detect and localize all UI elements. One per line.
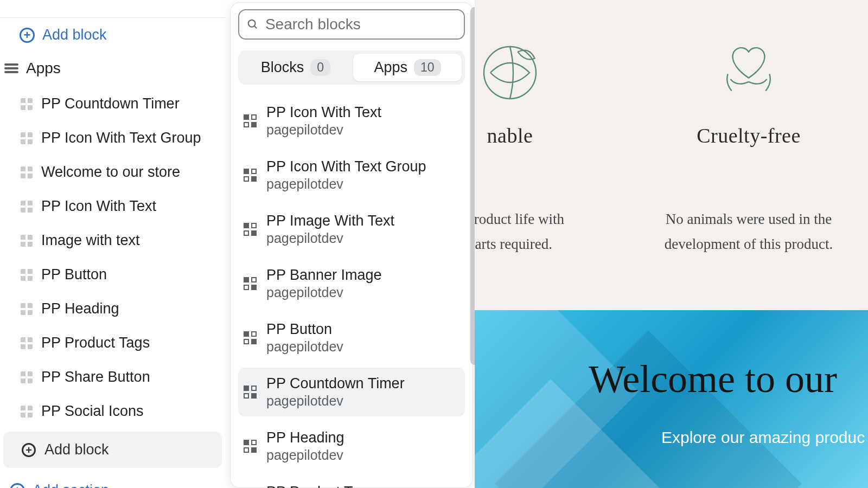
app-block-icon: [244, 169, 257, 182]
globe-leaf-icon: [477, 40, 542, 105]
app-block-icon: [244, 277, 257, 290]
block-option-subtitle: pagepilotdev: [266, 339, 343, 355]
sidebar-item-label: Welcome to our store: [41, 164, 180, 181]
sidebar-item-label: Image with text: [41, 232, 140, 249]
block-option[interactable]: PP Heading pagepilotdev: [238, 422, 465, 471]
app-block-icon: [244, 114, 257, 127]
sidebar-item-label: PP Heading: [41, 300, 119, 317]
feature-card: nable g product life with parts required…: [475, 40, 616, 300]
sidebar-item-label: PP Button: [41, 266, 107, 283]
banner-subheading: Explore our amazing produc: [661, 428, 865, 447]
sidebar-item-label: PP Product Tags: [41, 335, 150, 351]
tab-label: Apps: [374, 59, 407, 76]
add-block-label: Add block: [42, 27, 107, 43]
search-blocks-field[interactable]: [238, 9, 465, 40]
block-grid-icon: [21, 132, 33, 144]
block-option-title: PP Countdown Timer: [266, 375, 405, 392]
app-block-icon: [244, 440, 257, 453]
block-option-title: PP Icon With Text Group: [266, 158, 426, 175]
sidebar-item[interactable]: PP Heading: [0, 292, 225, 326]
feature-row: nable g product life with parts required…: [475, 40, 868, 300]
block-option[interactable]: PP Product Tags pagepilotdev: [238, 476, 465, 488]
section-title: Apps: [26, 60, 61, 77]
plus-circle-icon: +: [20, 28, 35, 43]
block-grid-icon: [21, 235, 33, 247]
block-option[interactable]: PP Countdown Timer pagepilotdev: [238, 368, 465, 416]
add-section-label: Add section: [33, 482, 109, 488]
block-option-title: PP Button: [266, 321, 343, 338]
block-option-title: PP Banner Image: [266, 267, 382, 284]
block-grid-icon: [21, 337, 33, 349]
block-grid-icon: [21, 98, 33, 110]
block-option[interactable]: PP Button pagepilotdev: [238, 313, 465, 362]
sidebar-item[interactable]: PP Icon With Text: [0, 189, 225, 223]
add-block-button-inner[interactable]: + Add block: [3, 432, 222, 468]
feature-text: No animals were used in the development …: [654, 207, 844, 257]
theme-preview: nable g product life with parts required…: [475, 0, 868, 488]
block-grid-icon: [21, 406, 33, 418]
sidebar-item[interactable]: Image with text: [0, 223, 225, 258]
welcome-banner: Welcome to our Explore our amazing produ…: [475, 310, 868, 488]
add-block-button-top[interactable]: + Add block: [0, 18, 225, 53]
tab-blocks[interactable]: Blocks 0: [241, 54, 350, 81]
block-grid-icon: [21, 201, 33, 213]
app-block-icon: [244, 331, 257, 344]
tab-apps[interactable]: Apps 10: [353, 54, 462, 81]
tab-count-badge: 0: [310, 59, 330, 76]
search-icon: [247, 18, 259, 31]
feature-text: g product life with parts required.: [475, 207, 605, 257]
section-header-apps[interactable]: Apps: [0, 53, 225, 87]
search-input[interactable]: [265, 16, 456, 33]
block-grid-icon: [21, 303, 33, 315]
sidebar-item-label: PP Share Button: [41, 369, 150, 386]
block-option-subtitle: pagepilotdev: [266, 176, 426, 192]
block-option[interactable]: PP Banner Image pagepilotdev: [238, 259, 465, 308]
sidebar-item[interactable]: PP Icon With Text Group: [0, 121, 225, 155]
block-grid-icon: [21, 269, 33, 281]
block-option[interactable]: PP Icon With Text pagepilotdev: [238, 97, 465, 145]
add-section-button[interactable]: + Add section: [0, 473, 225, 488]
block-option-title: PP Product Tags: [266, 484, 375, 488]
sidebar-item[interactable]: PP Share Button: [0, 360, 225, 394]
app-block-icon: [244, 386, 257, 399]
block-option-title: PP Heading: [266, 429, 344, 446]
sidebar-top-divider: [0, 0, 225, 18]
sidebar-item-label: PP Icon With Text: [41, 198, 156, 215]
tab-label: Blocks: [261, 59, 304, 76]
block-grid-icon: [21, 166, 33, 178]
feature-heading: Cruelty-free: [654, 124, 844, 147]
apps-icon: [4, 63, 18, 73]
banner-heading: Welcome to our: [589, 357, 837, 402]
block-option-subtitle: pagepilotdev: [266, 285, 382, 300]
block-option[interactable]: PP Image With Text pagepilotdev: [238, 205, 465, 254]
sidebar-item[interactable]: PP Product Tags: [0, 326, 225, 360]
block-option[interactable]: PP Icon With Text Group pagepilotdev: [238, 151, 465, 200]
hands-heart-icon: [716, 40, 781, 105]
theme-editor-sidebar: + Add block Apps PP Countdown Timer PP I…: [0, 0, 225, 488]
tab-count-badge: 10: [414, 59, 441, 76]
app-block-icon: [244, 223, 257, 236]
feature-card: Cruelty-free No animals were used in the…: [643, 40, 854, 300]
block-option-subtitle: pagepilotdev: [266, 393, 405, 409]
block-picker-tabs: Blocks 0 Apps 10: [238, 50, 465, 85]
plus-circle-icon: +: [10, 483, 25, 489]
block-option-title: PP Image With Text: [266, 213, 394, 229]
sidebar-block-list: PP Countdown Timer PP Icon With Text Gro…: [0, 87, 225, 428]
feature-heading: nable: [475, 124, 605, 147]
block-picker-popover: Blocks 0 Apps 10 PP Icon With Text pagep…: [230, 2, 473, 488]
block-grid-icon: [21, 371, 33, 383]
sidebar-item[interactable]: PP Countdown Timer: [0, 87, 225, 121]
block-option-title: PP Icon With Text: [266, 104, 381, 121]
block-picker-list: PP Icon With Text pagepilotdev PP Icon W…: [238, 97, 465, 488]
sidebar-item-label: PP Countdown Timer: [41, 95, 180, 112]
sidebar-item[interactable]: PP Social Icons: [0, 394, 225, 428]
svg-point-0: [248, 20, 256, 27]
svg-line-1: [254, 26, 257, 29]
svg-point-2: [484, 47, 536, 99]
sidebar-item[interactable]: Welcome to our store: [0, 155, 225, 189]
block-option-subtitle: pagepilotdev: [266, 447, 344, 463]
sidebar-item[interactable]: PP Button: [0, 258, 225, 292]
plus-circle-icon: +: [22, 443, 36, 457]
block-option-subtitle: pagepilotdev: [266, 122, 381, 138]
sidebar-item-label: PP Social Icons: [41, 403, 144, 420]
